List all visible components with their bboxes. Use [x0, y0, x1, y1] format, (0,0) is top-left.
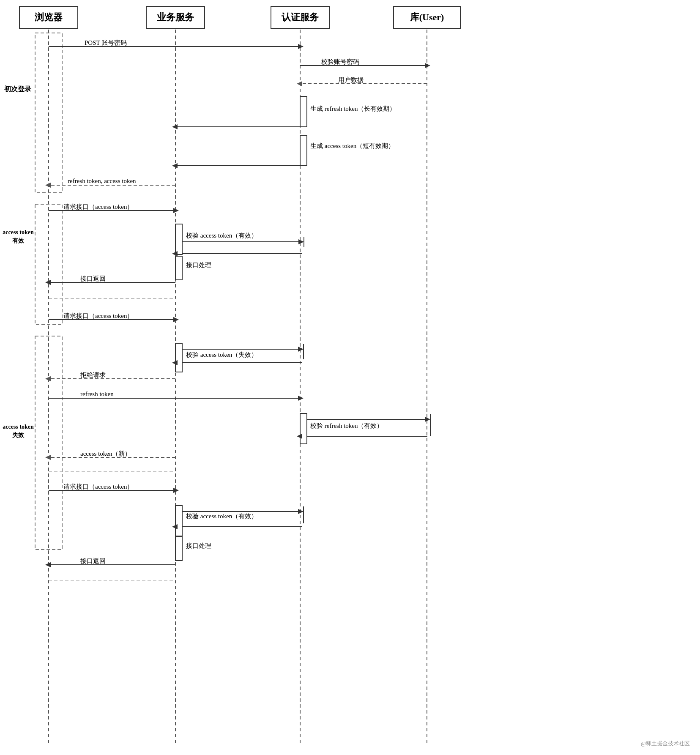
label-user-data: 用户数据 [338, 76, 364, 84]
svg-marker-55 [173, 488, 179, 493]
label-req1: 请求接口（access token） [63, 203, 133, 211]
label-verify-account: 校验账号密码 [321, 58, 359, 66]
label-verify-access-valid1: 校验 access token（有效） [186, 232, 257, 240]
svg-marker-50 [297, 434, 302, 439]
label-req2: 请求接口（access token） [63, 312, 133, 320]
label-tokens: refresh token, access token [68, 178, 136, 185]
label-post: POST 账号密码 [85, 39, 127, 47]
label-req3: 请求接口（access token） [63, 483, 133, 491]
svg-rect-16 [300, 135, 307, 166]
label-iface-process2: 接口处理 [186, 542, 211, 550]
svg-marker-61 [172, 524, 178, 529]
svg-rect-35 [175, 343, 182, 372]
side-label-first-login: 初次登录 [2, 85, 34, 94]
svg-marker-37 [298, 347, 304, 352]
svg-rect-56 [175, 506, 182, 536]
svg-marker-25 [298, 239, 304, 244]
label-verify-access-valid2: 校验 access token（有效） [186, 512, 257, 520]
label-refresh-token: refresh token [80, 391, 114, 398]
svg-marker-42 [45, 376, 51, 381]
watermark: @稀土掘金技术社区 [641, 740, 690, 747]
svg-marker-10 [425, 63, 430, 68]
svg-marker-28 [172, 251, 178, 256]
svg-rect-13 [300, 96, 307, 127]
svg-marker-8 [298, 44, 304, 49]
svg-rect-45 [300, 413, 307, 444]
diagram: 浏览器 业务服务 认证服务 库(User) [0, 0, 700, 755]
svg-marker-22 [173, 208, 179, 213]
label-verify-refresh-valid: 校验 refresh token（有效） [310, 422, 383, 430]
side-label-access-valid: access token有效 [2, 228, 35, 245]
label-return2: 接口返回 [80, 557, 106, 565]
svg-marker-12 [297, 81, 302, 86]
label-gen-refresh: 生成 refresh token（长有效期） [310, 105, 396, 113]
svg-marker-47 [425, 417, 430, 422]
side-label-access-invalid: access token失效 [2, 423, 35, 439]
svg-marker-20 [45, 183, 51, 188]
svg-marker-34 [173, 317, 179, 322]
label-access-new: access token（新） [80, 450, 131, 458]
svg-marker-44 [298, 396, 304, 401]
label-iface-process1: 接口处理 [186, 261, 211, 269]
label-verify-access-invalid: 校验 access token（失效） [186, 351, 257, 359]
svg-marker-31 [45, 280, 51, 285]
svg-rect-29 [175, 256, 182, 280]
svg-marker-52 [45, 455, 51, 460]
svg-marker-64 [45, 562, 51, 567]
label-reject: 拒绝请求 [80, 371, 106, 379]
label-gen-access: 生成 access token（短有效期） [310, 142, 394, 150]
svg-marker-58 [298, 509, 304, 514]
svg-marker-40 [172, 360, 178, 365]
svg-marker-18 [172, 163, 178, 168]
svg-rect-62 [175, 537, 182, 561]
label-return1: 接口返回 [80, 275, 106, 283]
svg-rect-23 [175, 224, 182, 254]
svg-marker-15 [172, 124, 178, 129]
